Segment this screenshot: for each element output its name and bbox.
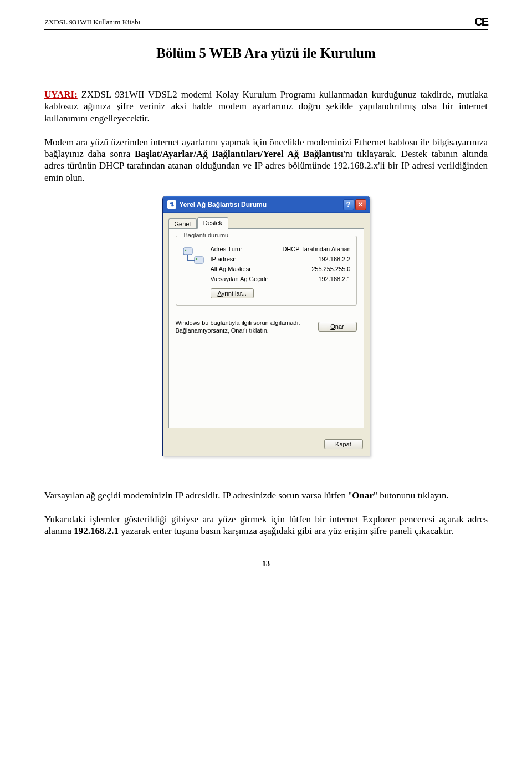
repair-u: O [330,323,335,330]
kv-value: DHCP Tarafından Atanan [282,246,350,252]
warning-label: UYARI: [44,89,78,100]
kv-row-gateway: Varsayılan Ağ Geçidi: 192.168.2.1 [211,274,351,284]
repair-rest: nar [335,323,344,330]
details-u: A [218,290,222,297]
kv-value: 192.168.2.1 [318,276,350,282]
xp-dialog-body: Genel Destek Bağlantı durumu [163,213,370,434]
p3-a: Varsayılan ağ geçidi modeminizin IP adre… [44,490,352,501]
kv-row-address-type: Adres Türü: DHCP Tarafından Atanan [211,244,351,254]
tab-general[interactable]: Genel [168,218,197,229]
details-button[interactable]: Ayrıntılar... [211,288,254,298]
connection-status-group: Bağlantı durumu [176,236,357,306]
repair-text: Windows bu bağlantıyla ilgili sorun algı… [176,319,311,335]
close-icon[interactable]: × [355,199,366,210]
svg-point-3 [196,258,197,260]
gateway-paragraph: Varsayılan ağ geçidi modeminizin IP adre… [44,490,488,501]
xp-titlebar-buttons: ? × [343,199,366,210]
p4-ip-bold: 192.168.2.1 [74,526,119,536]
browser-paragraph: Yukarıdaki işlemler gösterildiği gibiyse… [44,513,488,537]
details-rest: yrıntılar... [222,290,247,297]
xp-footer: Kapat [163,434,370,456]
xp-titlebar[interactable]: ⇅ Yerel Ağ Bağlantısı Durumu ? × [163,196,370,213]
repair-row: Windows bu bağlantıyla ilgili sorun algı… [176,319,357,335]
help-button-icon[interactable]: ? [343,199,354,210]
p2-path-bold: Başlat/Ayarlar/Ağ Bağlantıları/Yerel Ağ … [135,149,344,159]
svg-rect-0 [183,248,192,255]
kv-value: 192.168.2.2 [318,256,350,262]
ce-mark-icon: CE [474,16,488,28]
p3-onar-bold: Onar [352,490,374,501]
tab-support[interactable]: Destek [197,217,228,229]
xp-title-text: Yerel Ağ Bağlantısı Durumu [180,201,343,208]
kv-value: 255.255.255.0 [311,266,350,272]
network-icon [182,244,205,267]
section-title: Bölüm 5 WEB Ara yüzü ile Kurulum [44,45,488,61]
xp-dialog: ⇅ Yerel Ağ Bağlantısı Durumu ? × Genel D… [162,196,370,456]
header-rule [44,29,488,30]
kv-label: Adres Türü: [211,246,242,252]
close-rest: apat [339,441,351,447]
svg-point-2 [185,250,186,251]
xp-tabs: Genel Destek [168,217,364,229]
p3-b: " butonunu tıklayın. [374,490,449,501]
kv-label: IP adresi: [211,256,236,262]
kv-row-ip: IP adresi: 192.168.2.2 [211,254,351,264]
repair-button[interactable]: Onar [318,322,357,332]
doc-title: ZXDSL 931WII Kullanım Kitabı [44,18,140,27]
details-row: Ayrıntılar... [182,288,351,298]
network-status-icon: ⇅ [167,200,176,209]
svg-rect-1 [195,257,203,263]
xp-tabpanel: Bağlantı durumu [168,228,364,428]
p4-b: yazarak enter tuşuna basın karşınıza aşa… [119,526,453,536]
kv-row-subnet: Alt Ağ Maskesi 255.255.255.0 [211,264,351,274]
group-title: Bağlantı durumu [182,232,231,238]
connection-row: Adres Türü: DHCP Tarafından Atanan IP ad… [182,244,351,284]
warning-body: ZXDSL 931WII VDSL2 modemi Kolay Kurulum … [44,89,488,124]
page-header: ZXDSL 931WII Kullanım Kitabı CE [44,16,488,28]
instruction-paragraph: Modem ara yüzü üzerinden internet ayarla… [44,136,488,184]
page-number: 13 [44,559,488,568]
kv-label: Varsayılan Ağ Geçidi: [211,276,268,282]
page: ZXDSL 931WII Kullanım Kitabı CE Bölüm 5 … [0,0,532,591]
warning-paragraph: UYARI: ZXDSL 931WII VDSL2 modemi Kolay K… [44,89,488,124]
close-button[interactable]: Kapat [324,439,363,449]
kv-label: Alt Ağ Maskesi [211,266,250,272]
kv-list: Adres Türü: DHCP Tarafından Atanan IP ad… [211,244,351,284]
